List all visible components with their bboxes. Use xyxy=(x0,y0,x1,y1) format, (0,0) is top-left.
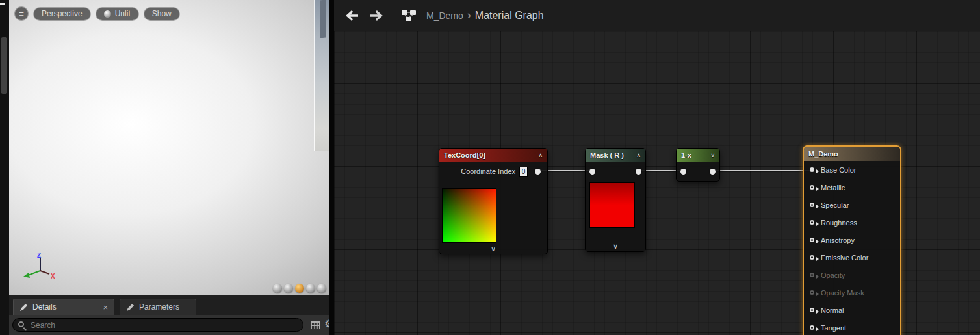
pin-label: Specular xyxy=(821,201,849,209)
details-panel: Details × Parameters ⚙ xyxy=(9,295,329,335)
one-minus-node[interactable]: 1-x ∨ xyxy=(676,148,720,182)
breadcrumb-current: Material Graph xyxy=(475,10,544,21)
coordinate-index-label: Coordinate Index xyxy=(461,168,515,175)
hamburger-icon: ≡ xyxy=(19,9,24,19)
tab-close-button[interactable]: × xyxy=(103,303,108,312)
z-axis-label: Z xyxy=(37,252,41,259)
mask-node[interactable]: Mask ( R ) ∧ ∨ xyxy=(585,148,646,252)
search-icon xyxy=(18,321,24,327)
metallic-pin[interactable] xyxy=(810,185,814,190)
show-button[interactable]: Show xyxy=(144,7,180,21)
pin-label: Base Color xyxy=(821,166,856,174)
collapse-icon[interactable]: ∧ xyxy=(636,152,641,158)
pin-row-metallic: Metallic xyxy=(804,179,900,196)
pin-row-tangent: Tangent xyxy=(804,319,900,335)
material-result-node[interactable]: M_Demo Base Color Metallic Specular Roug… xyxy=(803,145,901,335)
tab-details[interactable]: Details × xyxy=(13,299,114,315)
chevron-down-icon[interactable]: ∨ xyxy=(710,152,715,158)
collapse-icon[interactable]: ∧ xyxy=(538,152,543,158)
mask-node-header[interactable]: Mask ( R ) ∧ xyxy=(586,149,645,162)
forward-arrow-icon xyxy=(370,10,383,20)
opacity-mask-pin xyxy=(810,290,814,295)
pin-row-opacity-mask: Opacity Mask xyxy=(804,284,900,301)
perspective-button[interactable]: Perspective xyxy=(33,7,91,21)
pin-row-opacity: Opacity xyxy=(804,266,900,284)
opacity-pin xyxy=(810,273,814,277)
material-graph-canvas[interactable]: M_Demo › Material Graph TexCoord[0] ∧ Co… xyxy=(334,0,980,335)
viewport-menu-button[interactable]: ≡ xyxy=(14,6,29,21)
emissive-color-pin[interactable] xyxy=(810,255,814,260)
preview-viewport[interactable]: ≡ Perspective Unlit Show Z X xyxy=(9,0,329,295)
pin-row-emissive-color: Emissive Color xyxy=(804,249,900,266)
show-label: Show xyxy=(152,9,172,18)
coordinate-index-row: Coordinate Index 0 xyxy=(439,162,547,181)
mask-output-pin[interactable] xyxy=(636,169,641,175)
pin-label: Opacity xyxy=(821,271,845,279)
y-axis-arrowhead xyxy=(23,273,30,278)
mask-input-pin[interactable] xyxy=(589,169,595,175)
expand-icon[interactable]: ∨ xyxy=(439,245,547,253)
panel-splitter[interactable] xyxy=(329,0,334,335)
preview-sphere-button[interactable] xyxy=(284,284,293,293)
specular-pin[interactable] xyxy=(810,203,814,207)
unlit-button[interactable]: Unlit xyxy=(96,7,139,21)
edit-pencil-icon xyxy=(126,303,135,312)
wire-oneminus-to-basecolor xyxy=(713,170,812,171)
breadcrumb: M_Demo › Material Graph xyxy=(426,8,544,22)
mask-node-title: Mask ( R ) xyxy=(590,151,624,159)
x-axis-label: X xyxy=(51,273,55,280)
anisotropy-pin[interactable] xyxy=(810,238,814,242)
unlit-icon xyxy=(104,10,111,18)
base-color-pin[interactable] xyxy=(810,168,814,172)
left-edge-strip xyxy=(0,0,9,335)
tab-parameters-label: Parameters xyxy=(139,303,179,312)
tab-parameters[interactable]: Parameters xyxy=(120,299,196,315)
panel-tab-bar: Details × Parameters xyxy=(9,295,329,315)
pin-row-anisotropy: Anisotropy xyxy=(804,231,900,249)
pin-label: Emissive Color xyxy=(821,254,868,262)
left-scroll-handle[interactable] xyxy=(1,37,7,94)
one-minus-node-header[interactable]: 1-x ∨ xyxy=(677,149,719,162)
y-axis-line xyxy=(28,271,40,275)
environment-building xyxy=(320,0,326,38)
coordinate-index-value[interactable]: 0 xyxy=(519,167,528,177)
uv-gradient-preview xyxy=(442,188,496,243)
normal-pin[interactable] xyxy=(810,308,814,312)
texcoord-node-header[interactable]: TexCoord[0] ∧ xyxy=(439,149,547,162)
roughness-pin[interactable] xyxy=(810,220,814,225)
preview-cube-button[interactable] xyxy=(306,284,315,293)
unlit-label: Unlit xyxy=(115,9,131,18)
expand-icon[interactable]: ∨ xyxy=(586,243,645,250)
material-node-header[interactable]: M_Demo xyxy=(804,147,900,161)
viewport-toolbar: ≡ Perspective Unlit Show xyxy=(14,6,180,21)
search-row: ⚙ xyxy=(9,315,329,335)
search-input[interactable] xyxy=(12,318,303,332)
one-minus-output-pin[interactable] xyxy=(710,169,716,175)
graph-icon xyxy=(401,9,417,22)
material-node-title: M_Demo xyxy=(808,150,838,158)
preview-cylinder-button[interactable] xyxy=(273,284,282,293)
pin-label: Opacity Mask xyxy=(821,289,864,297)
one-minus-node-title: 1-x xyxy=(681,151,691,159)
axis-gizmo: Z X xyxy=(22,251,58,282)
view-options-icon[interactable] xyxy=(311,321,320,329)
x-axis-line xyxy=(40,271,49,274)
perspective-label: Perspective xyxy=(42,9,83,18)
preview-plane-button[interactable] xyxy=(295,284,304,293)
texcoord-node-title: TexCoord[0] xyxy=(444,151,485,159)
pin-label: Normal xyxy=(821,306,844,314)
breadcrumb-root[interactable]: M_Demo xyxy=(426,10,463,21)
pin-label: Roughness xyxy=(821,219,857,227)
left-edge-tick xyxy=(0,3,5,5)
tangent-pin[interactable] xyxy=(810,325,814,330)
graph-header: M_Demo › Material Graph xyxy=(334,0,980,31)
texcoord-node[interactable]: TexCoord[0] ∧ Coordinate Index 0 ∨ xyxy=(439,148,548,254)
texcoord-output-pin[interactable] xyxy=(535,169,541,175)
one-minus-input-pin[interactable] xyxy=(680,169,686,175)
back-button[interactable] xyxy=(345,10,359,21)
pin-row-normal: Normal xyxy=(804,301,900,319)
back-arrow-icon xyxy=(346,10,358,20)
preview-custom-mesh-button[interactable] xyxy=(317,284,326,293)
pin-label: Metallic xyxy=(821,184,845,192)
forward-button[interactable] xyxy=(369,10,383,21)
